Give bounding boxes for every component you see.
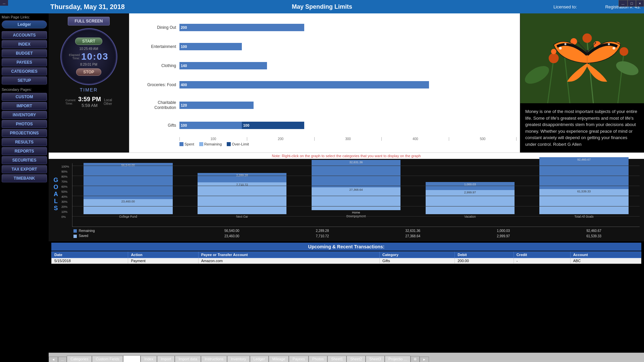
current-time-section: Current Time: 3:59 PM 5:59 AM Local Othe… xyxy=(65,96,112,108)
transactions-table: Date Action Payee or Transfer Account Ca… xyxy=(51,251,641,264)
remaining-label: Remaining xyxy=(79,229,95,233)
tab-sheet2[interactable]: Sheet2 xyxy=(346,356,366,362)
total-saved: 61,539.33 xyxy=(546,233,641,238)
start-button[interactable]: START xyxy=(75,38,102,45)
import-button[interactable]: IMPORT xyxy=(2,102,47,110)
svg-point-22 xyxy=(578,42,580,44)
car-remaining: 2,289.28 xyxy=(279,228,366,233)
chart-row-entertainment: Entertainment 100 xyxy=(132,43,517,50)
chart-row-clothing: Clothing 140 xyxy=(132,62,517,69)
svg-point-19 xyxy=(608,43,610,45)
window-controls[interactable]: ... □ × xyxy=(619,0,644,7)
spending-limits-title: May Spending Limits xyxy=(292,3,352,10)
svg-point-11 xyxy=(620,47,628,56)
tab-sheet1[interactable]: Sheet1 xyxy=(327,356,346,362)
bar-vacation: 1,000.03 2,999.97 Vacation xyxy=(414,182,526,218)
col-payee: Payee or Transfer Account xyxy=(198,251,379,258)
tab-scroll-right[interactable]: ► xyxy=(420,357,429,362)
payees-button[interactable]: PAYEES xyxy=(2,58,47,66)
tab-scroll-dots[interactable]: ... xyxy=(58,357,67,362)
local-label: Local xyxy=(104,98,112,102)
tab-home[interactable]: Home xyxy=(123,355,141,362)
bar-spent-groceries: 400 xyxy=(179,81,429,88)
tab-ledger[interactable]: Ledger xyxy=(250,356,269,362)
categories-button[interactable]: CATEGORIES xyxy=(2,67,47,75)
title-bar: ... Thursday, May 31, 2018 May Spending … xyxy=(0,0,644,13)
legend-overlimit-box xyxy=(227,142,231,146)
tab-add[interactable]: ⊕ xyxy=(411,356,420,362)
inventory-button[interactable]: INVENTORY xyxy=(2,111,47,119)
svg-point-9 xyxy=(582,34,592,43)
window-controls-left[interactable]: ... xyxy=(0,0,8,6)
legend-spent-label: Spent xyxy=(184,142,194,146)
transactions-section: Upcoming & Recent Transactions: Date Act… xyxy=(49,241,644,265)
spending-chart: Dining Out 200 Entertainment xyxy=(129,13,520,153)
bar-saved-vacation: 2,999.97 xyxy=(426,190,515,214)
main-links-label: Main Page Links: xyxy=(2,15,47,19)
tab-categories[interactable]: Categories xyxy=(67,356,92,362)
saved-label: Saved xyxy=(79,234,88,238)
table-row: 5/15/2018 Payment Amazon.com Gifts 200.0… xyxy=(52,258,641,263)
date-display: Thursday, May 31, 2018 xyxy=(50,3,125,11)
timebank-button[interactable]: TIMEBANK xyxy=(2,174,47,182)
goal-name-college: College Fund xyxy=(119,215,137,218)
ledger-button[interactable]: Ledger xyxy=(2,20,47,28)
tab-import-data[interactable]: Import data xyxy=(175,356,201,362)
car-saved: 7,710.72 xyxy=(279,233,366,238)
tab-import[interactable]: Import xyxy=(157,356,175,362)
tab-scroll-left[interactable]: ◄ xyxy=(49,357,58,362)
chart-x-axis: 100 200 300 400 500 xyxy=(179,137,517,141)
bar-remaining-home: 32,631.36 xyxy=(312,160,400,187)
chart-bars-entertainment: 100 xyxy=(179,43,517,50)
vacation-saved: 2,999.97 xyxy=(460,233,546,238)
col-action: Action xyxy=(128,251,198,258)
chart-row-dining: Dining Out 200 xyxy=(132,24,517,31)
current-time: 3:59 PM xyxy=(78,96,101,103)
accounts-button[interactable]: ACCOUNTS xyxy=(2,31,47,39)
legend-remaining: Remaining xyxy=(199,142,222,146)
tab-photos[interactable]: Photos xyxy=(309,356,327,362)
results-button[interactable]: RESULTS xyxy=(2,138,47,146)
cell-payee: Amazon.com xyxy=(198,258,379,263)
total-remaining: 92,460.67 xyxy=(546,228,641,233)
budget-button[interactable]: BUDGET xyxy=(2,49,47,57)
tab-payees[interactable]: Payees xyxy=(289,356,309,362)
quote-text: Money is one of the most important subje… xyxy=(520,103,644,153)
col-account: Account xyxy=(570,251,641,258)
securities-button[interactable]: SECURITIES xyxy=(2,156,47,164)
tab-sheet3[interactable]: Sheet3 xyxy=(366,356,385,362)
tab-index[interactable]: Index xyxy=(141,356,157,362)
bar-remaining-car: 2,289.28 xyxy=(198,173,286,182)
photos-button[interactable]: PHOTOS xyxy=(2,120,47,128)
tab-custom-fields[interactable]: Custom Fields xyxy=(92,356,123,362)
stop-button[interactable]: STOP xyxy=(76,68,101,76)
setup-button[interactable]: SETUP xyxy=(2,76,47,84)
bar-spent-gifts: 100 xyxy=(179,122,242,129)
tab-instructions[interactable]: Instructions xyxy=(201,356,227,362)
bar-remaining-college: 56,540.00 xyxy=(84,163,172,199)
tax-export-button[interactable]: TAX EXPORT xyxy=(2,165,47,173)
goal-name-car: Next Car xyxy=(236,215,248,218)
remaining-legend-box xyxy=(73,229,77,233)
chart-label-clothing: Clothing xyxy=(132,63,179,68)
tab-mileage[interactable]: Mileage xyxy=(269,356,289,362)
reports-button[interactable]: REPORTS xyxy=(2,147,47,155)
legend-overlimit: Over-Limit xyxy=(227,142,249,146)
bar-total-goals: 92,460.67 61,539.33 Total All Goals xyxy=(528,157,640,218)
svg-point-6 xyxy=(551,49,556,54)
index-button[interactable]: INDEX xyxy=(2,40,47,48)
tab-inventory[interactable]: Inventory xyxy=(227,356,250,362)
tab-projections[interactable]: Projectio ... xyxy=(385,356,411,362)
bar-saved-total: 61,539.33 xyxy=(539,189,628,214)
bar-saved-car: 7,710.72 xyxy=(198,182,286,214)
butterfly-image xyxy=(520,13,644,103)
projections-button[interactable]: PROJECTIONS xyxy=(2,129,47,137)
fullscreen-button[interactable]: FULL SCREEN xyxy=(68,17,110,25)
custom-button[interactable]: CUSTOM xyxy=(2,93,47,101)
bar-saved-home: 27,368.64 xyxy=(312,187,400,210)
license-label: Licensed to: xyxy=(553,4,577,9)
col-credit: Credit xyxy=(514,251,570,258)
chart-label-dining: Dining Out xyxy=(132,25,179,30)
cell-credit: - xyxy=(514,258,570,263)
bar-spent-dining: 200 xyxy=(179,24,304,31)
